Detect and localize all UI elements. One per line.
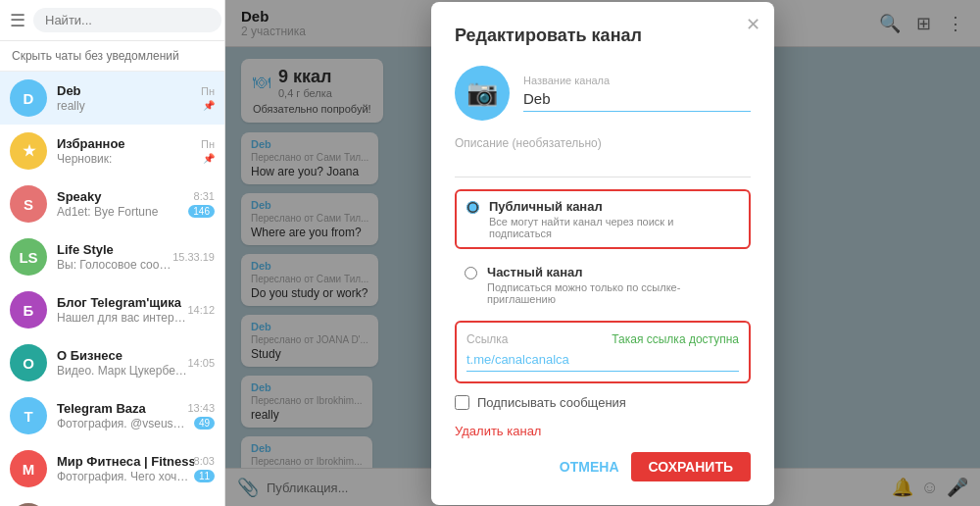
link-label: Ссылка: [466, 332, 508, 346]
chat-name-lifestyle: Life Style: [57, 242, 172, 257]
public-channel-option[interactable]: Публичный канал Все могут найти канал че…: [455, 189, 751, 249]
chat-item-obiznes[interactable]: ОО БизнесеВидео. Марк Цукерберг о рон о.…: [0, 336, 224, 389]
chat-badge-telegrambaza: 49: [194, 417, 215, 430]
chat-meta-obiznes: 14:05: [187, 357, 215, 369]
link-section: Ссылка Такая ссылка доступна: [455, 321, 751, 383]
chat-avatar-telegrambaza: T: [10, 397, 47, 434]
delete-channel-link[interactable]: Удалить канал: [455, 424, 751, 438]
link-status: Такая ссылка доступна: [612, 332, 739, 346]
dialog-avatar-row: 📷 Название канала: [455, 66, 751, 121]
description-label: Описание (необязательно): [455, 136, 751, 150]
chat-meta-favorites: Пн📌: [201, 138, 215, 164]
public-radio-sub: Все могут найти канал через поиск и подп…: [489, 216, 739, 239]
chat-info-favorites: ИзбранноеЧерновик:: [57, 136, 201, 166]
chat-item-speaky[interactable]: SSpeakyAd1et: Bye Fortune8:31146: [0, 177, 224, 230]
chat-avatar-lifestyle: LS: [10, 238, 47, 276]
chat-info-obiznes: О БизнесеВидео. Марк Цукерберг о рон о..…: [57, 348, 187, 378]
chat-info-telegrambaza: Telegram BazaФотография. @vseusheskazano…: [57, 401, 187, 430]
main-chat: Deb 2 участника 🔍 ⊞ ⋮ 🍽 9 ккал 0,4 г бел…: [225, 0, 980, 506]
chat-meta-telegrambaza: 13:4349: [187, 402, 215, 430]
chat-item-mirfitness[interactable]: ММир Фитнеса | FitnessRUФотография. Чего…: [0, 442, 224, 495]
sign-messages-row: Подписывать сообщения: [455, 395, 751, 410]
chat-preview-lifestyle: Вы: Голосовое сообщение: [57, 258, 172, 272]
chat-preview-obiznes: Видео. Марк Цукерберг о рон о...: [57, 364, 187, 378]
chat-badge-mirfitness: 11: [194, 470, 215, 482]
channel-name-field: Название канала: [523, 75, 751, 112]
hide-chats-label: Скрыть чаты без уведомлений: [0, 41, 224, 72]
pin-icon-deb: 📌: [203, 100, 215, 111]
private-radio[interactable]: [465, 267, 477, 279]
chat-info-blogtelegram: Блог Telegram'щикаНашел для вас интересн…: [57, 295, 187, 325]
description-input[interactable]: [455, 158, 751, 177]
chat-time-telegrambaza: 13:43: [187, 402, 215, 414]
chat-info-lifestyle: Life StyleВы: Голосовое сообщение: [57, 242, 172, 272]
chat-preview-deb: really: [57, 99, 201, 113]
chat-time-obiznes: 14:05: [187, 357, 215, 369]
chat-preview-blogtelegram: Нашел для вас интересный хейс...: [57, 311, 187, 325]
sidebar: ☰ Скрыть чаты без уведомлений DDebreally…: [0, 0, 225, 506]
modal-overlay: Редактировать канал ✕ 📷 Название канала …: [225, 0, 980, 506]
chat-meta-blogtelegram: 14:12: [187, 304, 215, 316]
chat-name-speaky: Speaky: [57, 189, 188, 204]
chat-item-controller[interactable]: CController GasФотография. В @secretship…: [0, 495, 224, 506]
chat-time-favorites: Пн: [201, 138, 215, 150]
channel-avatar[interactable]: 📷: [455, 66, 510, 121]
chat-item-lifestyle[interactable]: LSLife StyleВы: Голосовое сообщение15.33…: [0, 230, 224, 283]
private-radio-title: Частный канал: [487, 265, 741, 279]
chat-info-speaky: SpeakyAd1et: Bye Fortune: [57, 189, 188, 219]
chat-name-telegrambaza: Telegram Baza: [57, 401, 187, 416]
chat-item-blogtelegram[interactable]: ББлог Telegram'щикаНашел для вас интерес…: [0, 283, 224, 336]
dialog-buttons: ОТМЕНА СОХРАНИТЬ: [455, 452, 751, 481]
public-radio[interactable]: [466, 201, 479, 214]
chat-avatar-deb: D: [10, 79, 47, 117]
chat-meta-mirfitness: 8:0311: [194, 455, 215, 482]
public-radio-label: Публичный канал Все могут найти канал че…: [489, 199, 739, 239]
public-radio-title: Публичный канал: [489, 199, 739, 214]
chat-preview-mirfitness: Фотография. Чего хочется ваше...: [57, 470, 194, 483]
chat-info-deb: Debreally: [57, 83, 201, 113]
chat-time-blogtelegram: 14:12: [187, 304, 215, 316]
chat-avatar-blogtelegram: Б: [10, 291, 47, 329]
chat-avatar-mirfitness: М: [10, 450, 47, 487]
chat-preview-speaky: Ad1et: Bye Fortune: [57, 205, 188, 219]
chat-list: DDebreallyПн📌★ИзбранноеЧерновик:Пн📌SSpea…: [0, 72, 224, 506]
chat-badge-speaky: 146: [188, 205, 215, 218]
chat-time-lifestyle: 15.33.19: [172, 251, 215, 263]
chat-item-telegrambaza[interactable]: TTelegram BazaФотография. @vseusheskazan…: [0, 389, 224, 442]
sign-label: Подписывать сообщения: [477, 395, 626, 410]
private-channel-option[interactable]: Частный канал Подписаться можно только п…: [455, 257, 751, 313]
private-radio-label: Частный канал Подписаться можно только п…: [487, 265, 741, 305]
chat-name-blogtelegram: Блог Telegram'щика: [57, 295, 187, 310]
close-icon[interactable]: ✕: [746, 14, 760, 35]
link-label-row: Ссылка Такая ссылка доступна: [466, 332, 739, 346]
chat-meta-speaky: 8:31146: [188, 190, 215, 218]
search-input[interactable]: [33, 8, 221, 32]
chat-avatar-favorites: ★: [10, 132, 47, 170]
menu-icon[interactable]: ☰: [10, 10, 25, 31]
chat-time-mirfitness: 8:03: [194, 455, 215, 467]
dialog-title: Редактировать канал: [455, 25, 751, 46]
chat-name-deb: Deb: [57, 83, 201, 98]
chat-meta-lifestyle: 15.33.19: [172, 251, 215, 263]
sign-checkbox[interactable]: [455, 395, 469, 410]
sidebar-header: ☰: [0, 0, 224, 41]
chat-preview-telegrambaza: Фотография. @vseusheskazano...: [57, 417, 187, 430]
link-input[interactable]: [466, 352, 739, 372]
chat-meta-deb: Пн📌: [201, 85, 215, 111]
camera-icon: 📷: [466, 77, 498, 108]
chat-avatar-speaky: S: [10, 185, 47, 223]
save-button[interactable]: СОХРАНИТЬ: [631, 452, 751, 481]
channel-name-label: Название канала: [523, 75, 751, 86]
private-radio-sub: Подписаться можно только по ссылке-пригл…: [487, 281, 741, 305]
chat-preview-favorites: Черновик:: [57, 152, 201, 166]
chat-item-favorites[interactable]: ★ИзбранноеЧерновик:Пн📌: [0, 125, 224, 177]
cancel-button[interactable]: ОТМЕНА: [560, 459, 619, 475]
chat-item-deb[interactable]: DDebreallyПн📌: [0, 72, 224, 125]
chat-avatar-obiznes: О: [10, 344, 47, 381]
chat-name-favorites: Избранное: [57, 136, 201, 151]
chat-name-mirfitness: Мир Фитнеса | FitnessRU: [57, 454, 194, 469]
chat-time-deb: Пн: [201, 85, 215, 97]
pin-icon-favorites: 📌: [203, 153, 215, 164]
channel-name-input[interactable]: [523, 90, 751, 112]
chat-time-speaky: 8:31: [194, 190, 215, 202]
